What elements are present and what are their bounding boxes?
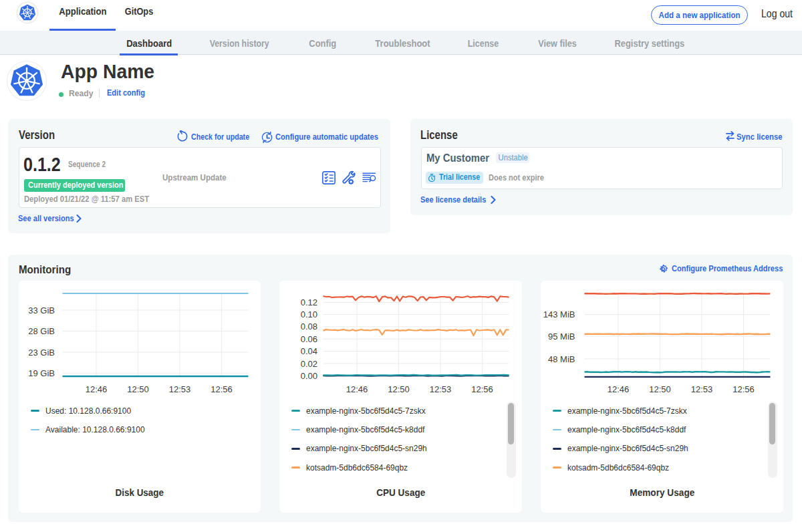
- svg-text:28 GiB: 28 GiB: [28, 326, 55, 336]
- svg-text:12:50: 12:50: [649, 384, 671, 394]
- svg-text:12:50: 12:50: [127, 384, 149, 394]
- svg-text:12:53: 12:53: [169, 384, 191, 394]
- svg-text:0.08: 0.08: [301, 321, 317, 331]
- svg-text:12:53: 12:53: [430, 384, 452, 394]
- svg-text:23 GiB: 23 GiB: [28, 347, 55, 357]
- svg-text:12:46: 12:46: [608, 384, 630, 394]
- svg-text:12:46: 12:46: [86, 384, 108, 394]
- svg-text:12:46: 12:46: [346, 384, 368, 394]
- svg-text:33 GiB: 33 GiB: [28, 305, 55, 315]
- svg-text:143 MiB: 143 MiB: [543, 309, 575, 319]
- svg-text:12:50: 12:50: [388, 384, 410, 394]
- svg-text:12:53: 12:53: [691, 384, 713, 394]
- svg-text:48 MiB: 48 MiB: [548, 354, 575, 364]
- svg-text:12:56: 12:56: [471, 384, 493, 394]
- svg-text:0.12: 0.12: [301, 297, 317, 307]
- svg-text:0.04: 0.04: [301, 346, 317, 356]
- svg-text:19 GiB: 19 GiB: [28, 368, 55, 378]
- svg-text:12:56: 12:56: [732, 384, 755, 394]
- svg-text:12:56: 12:56: [211, 384, 233, 394]
- svg-text:0.10: 0.10: [301, 309, 317, 319]
- svg-text:0.02: 0.02: [301, 358, 317, 368]
- svg-text:0.06: 0.06: [301, 334, 317, 344]
- svg-text:95 MiB: 95 MiB: [548, 331, 575, 341]
- svg-text:0.00: 0.00: [301, 370, 317, 380]
